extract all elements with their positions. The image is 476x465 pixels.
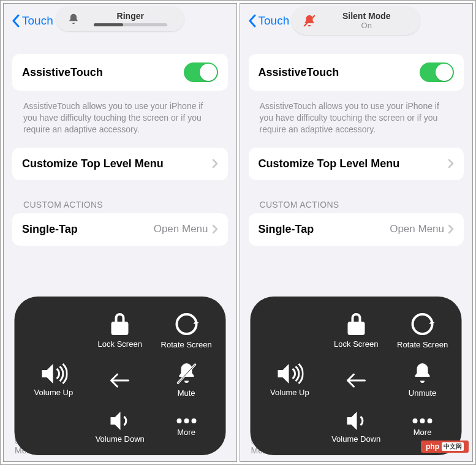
chevron-right-icon [448, 224, 454, 234]
empty-cell [257, 410, 323, 444]
chevron-left-icon [247, 14, 257, 28]
mute-button[interactable]: Mute [153, 362, 219, 398]
volume-down-button[interactable]: Volume Down [323, 410, 389, 444]
volume-down-button[interactable]: Volume Down [87, 410, 153, 444]
arrow-left-icon [109, 372, 131, 389]
bell-icon [412, 362, 434, 385]
ringer-slider [94, 23, 167, 26]
svg-point-5 [191, 418, 196, 423]
more-icon [410, 417, 435, 425]
settings-content: AssistiveTouch AssistiveTouch allows you… [240, 36, 473, 246]
custom-actions-header: CUSTOM ACTIONS [249, 185, 464, 213]
customize-menu-label: Customize Top Level Menu [259, 157, 400, 170]
assistivetouch-toggle[interactable] [184, 62, 218, 82]
volume-up-button[interactable]: Volume Up [257, 362, 323, 398]
back-arrow-button[interactable] [323, 362, 389, 398]
chevron-left-icon [11, 14, 21, 28]
lock-screen-button[interactable]: Lock Screen [87, 311, 153, 350]
rotate-screen-button[interactable]: Rotate Screen [389, 311, 455, 350]
arrow-left-icon [345, 372, 367, 389]
svg-point-9 [420, 418, 425, 423]
assistivetouch-overlay: Lock Screen Rotate Screen Volume Up Mute… [14, 297, 225, 455]
customize-menu-row[interactable]: Customize Top Level Menu [12, 148, 228, 180]
single-tap-value: Open Menu [154, 223, 208, 235]
mute-bell-icon [175, 362, 197, 385]
silent-hud: Silent Mode On [292, 6, 420, 35]
empty-cell [20, 311, 86, 350]
svg-point-7 [413, 314, 433, 334]
volume-up-button[interactable]: Volume Up [20, 362, 86, 398]
unmute-button[interactable]: Unmute [389, 362, 455, 398]
empty-cell [257, 311, 323, 350]
chevron-right-icon [448, 159, 454, 168]
customize-menu-label: Customize Top Level Menu [22, 157, 164, 170]
hud-sub: On [361, 21, 372, 30]
more-button[interactable]: More [389, 410, 455, 444]
customize-menu-row[interactable]: Customize Top Level Menu [249, 148, 464, 180]
back-button[interactable]: Touch [247, 14, 290, 28]
volume-up-icon [276, 363, 304, 385]
rotate-screen-button[interactable]: Rotate Screen [153, 311, 219, 350]
watermark-badge: php中文网 [421, 440, 469, 453]
bell-icon [67, 12, 80, 26]
ringer-hud: Ringer [56, 6, 184, 31]
custom-actions-header: CUSTOM ACTIONS [12, 185, 228, 213]
assistivetouch-row[interactable]: AssistiveTouch [249, 54, 464, 91]
phone-right: Touch Silent Mode On AssistiveTouch Assi… [240, 3, 474, 462]
rotate-icon [173, 311, 199, 337]
lock-icon [346, 312, 366, 336]
hud-title: Silent Mode [342, 11, 391, 21]
single-tap-row[interactable]: Single-Tap Open Menu [12, 213, 228, 246]
assistivetouch-desc: AssistiveTouch allows you to use your iP… [12, 96, 228, 148]
single-tap-value: Open Menu [390, 223, 444, 235]
nav-header: Touch Silent Mode On [240, 4, 473, 36]
back-arrow-button[interactable] [87, 362, 153, 398]
back-button[interactable]: Touch [11, 14, 53, 28]
assistivetouch-label: AssistiveTouch [22, 66, 103, 79]
more-icon [174, 417, 198, 425]
lock-screen-button[interactable]: Lock Screen [323, 311, 389, 350]
back-label: Touch [22, 14, 53, 28]
nav-header: Touch Ringer [4, 4, 236, 36]
assistivetouch-desc: AssistiveTouch allows you to use your iP… [249, 96, 464, 148]
svg-point-8 [413, 418, 418, 423]
settings-content: AssistiveTouch AssistiveTouch allows you… [4, 36, 236, 246]
more-button[interactable]: More [153, 410, 219, 444]
back-label: Touch [259, 14, 290, 28]
single-tap-label: Single-Tap [22, 223, 78, 236]
phone-left: Touch Ringer AssistiveTouch AssistiveTou… [3, 3, 237, 462]
chevron-right-icon [212, 224, 218, 234]
svg-point-4 [184, 418, 189, 423]
single-tap-label: Single-Tap [259, 223, 314, 236]
assistivetouch-row[interactable]: AssistiveTouch [12, 54, 228, 91]
volume-down-icon [344, 410, 368, 431]
assistivetouch-overlay: Lock Screen Rotate Screen Volume Up Unmu… [251, 297, 462, 455]
empty-cell [20, 410, 86, 444]
chevron-right-icon [212, 159, 218, 168]
svg-point-0 [176, 314, 196, 334]
hud-title: Ringer [117, 11, 144, 21]
rotate-icon [410, 311, 436, 337]
lock-icon [110, 312, 130, 336]
bell-slash-icon [303, 14, 316, 28]
volume-up-icon [39, 363, 67, 385]
assistivetouch-toggle[interactable] [420, 62, 454, 82]
svg-point-3 [176, 418, 181, 423]
volume-down-icon [108, 410, 132, 431]
svg-point-10 [428, 418, 433, 423]
assistivetouch-label: AssistiveTouch [259, 66, 339, 79]
single-tap-row[interactable]: Single-Tap Open Menu [249, 213, 464, 246]
